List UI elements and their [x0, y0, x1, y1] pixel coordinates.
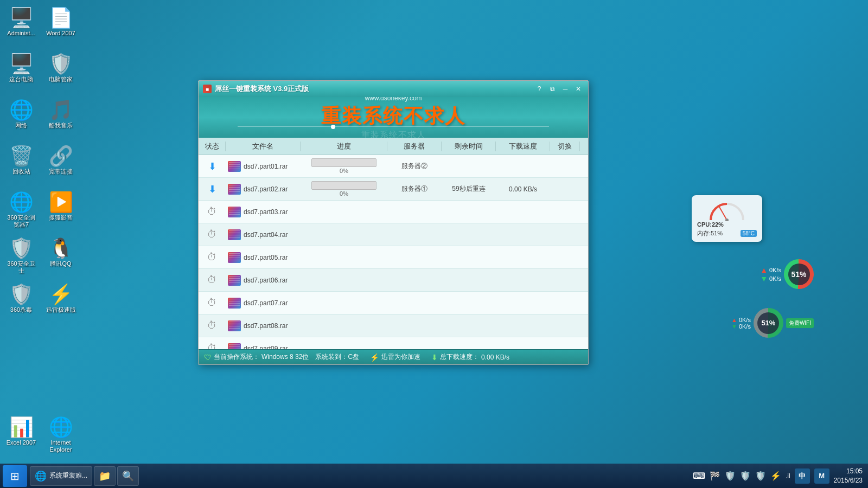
window-banner: www.dsonekey.com 重装系统不求人 重装系统不求人: [199, 97, 588, 138]
progress-text: 0%: [340, 190, 348, 197]
desktop-icon-network[interactable]: 🌐 网络: [3, 98, 40, 141]
taskbar-search-item[interactable]: 🔍: [117, 466, 139, 486]
desktop-icon-word[interactable]: 📄 Word 2007: [42, 5, 79, 49]
table-row: ⏱ dsd7.part06.rar: [199, 269, 588, 292]
td-filename: dsd7.part01.rar: [226, 161, 301, 172]
desktop-icon-recycle-bin[interactable]: 🗑️ 回收站: [3, 144, 40, 187]
td-filename: dsd7.part08.rar: [226, 320, 301, 331]
this-pc-label: 这台电脑: [9, 76, 33, 83]
file-icon: [228, 320, 241, 331]
progress-wrapper: 0%: [303, 181, 385, 197]
td-speed: 0.00 KB/s: [496, 185, 550, 193]
desktop-icon-cool-music[interactable]: 🎵 酷我音乐: [42, 98, 79, 141]
xunlei-label: 迅雷极速版: [46, 306, 76, 313]
taskbar-lang-mode[interactable]: M: [814, 468, 829, 484]
desktop-icon-ie[interactable]: 🌐 Internet Explorer: [42, 415, 79, 458]
cool-music-label: 酷我音乐: [49, 122, 73, 129]
net-down-speed: 0K/s: [769, 275, 781, 282]
mem-down: 0K/s: [739, 323, 751, 330]
wait-status-icon: ⏱: [207, 343, 217, 349]
filename-text: dsd7.part05.rar: [244, 254, 288, 261]
banner-content: www.dsonekey.com 重装系统不求人 重装系统不求人: [321, 97, 465, 138]
filename-text: dsd7.part06.rar: [244, 277, 288, 284]
banner-title: 重装系统不求人: [321, 103, 465, 130]
filename-text: dsd7.part01.rar: [244, 163, 288, 170]
desktop-icon-video[interactable]: ▶️ 搜狐影音: [42, 190, 79, 233]
window-restore-button[interactable]: ⧉: [547, 84, 558, 94]
tray-keyboard-icon[interactable]: ⌨: [693, 471, 705, 481]
desktop-icon-excel[interactable]: 📊 Excel 2007: [3, 415, 40, 458]
network-icon: 🌐: [9, 100, 34, 120]
td-server: 服务器②: [387, 162, 442, 171]
memory-percent: 51%: [757, 312, 779, 334]
statusbar-install-label: 系统装到：C盘: [315, 352, 359, 362]
table-row: ⏱ dsd7.part08.rar: [199, 314, 588, 337]
td-status: ⏱: [199, 297, 226, 309]
window-minimize-button[interactable]: ─: [560, 84, 571, 94]
window-close-button[interactable]: ✕: [573, 84, 584, 94]
td-server: 服务器①: [387, 184, 442, 194]
start-button[interactable]: ⊞: [3, 465, 27, 487]
ime-label: 中: [799, 471, 806, 481]
desktop-icon-qq[interactable]: 🐧 腾讯QQ: [42, 236, 79, 279]
statusbar-os: 🛡 当前操作系统： Windows 8 32位 系统装到：C盘: [204, 352, 359, 362]
table-row: ⏱ dsd7.part09.rar: [199, 337, 588, 349]
progress-text: 0%: [340, 168, 348, 174]
table-row: ⬇ dsd7.part02.rar 0% 服务器①59秒后重连0.00 KB/s: [199, 178, 588, 201]
360-guard-label: 360安全卫士: [4, 260, 38, 274]
qq-icon: 🐧: [49, 239, 73, 258]
taskbar-tray: ⌨ 🏁 🛡️ 🛡️ 🛡️ ⚡ .il 中 M 15:05 2015/6/23: [693, 467, 865, 485]
excel-label: Excel 2007: [7, 439, 36, 446]
taskbar-explorer-item[interactable]: 📁: [94, 466, 116, 486]
statusbar-thunder-label: 迅雷为你加速: [381, 352, 420, 362]
network-widget: ▲ 0K/s ▼ 0K/s 51%: [760, 259, 814, 289]
filename-text: dsd7.part04.rar: [244, 231, 288, 239]
xunlei-icon: ⚡: [49, 285, 73, 304]
window-statusbar: 🛡 当前操作系统： Windows 8 32位 系统装到：C盘 ⚡ 迅雷为你加速…: [199, 349, 588, 364]
memory-label: 内存:51%: [697, 229, 723, 237]
statusbar-speed: ⬇ 总下载速度： 0.00 KB/s: [431, 352, 509, 362]
desktop-icon-360-browser[interactable]: 🌐 360安全浏览器7: [3, 190, 40, 233]
table-row: ⏱ dsd7.part07.rar: [199, 292, 588, 314]
broadband-icon: 🔗: [49, 146, 73, 166]
filename-text: dsd7.part03.rar: [244, 208, 288, 216]
wait-status-icon: ⏱: [207, 229, 217, 240]
video-icon: ▶️: [49, 192, 73, 212]
desktop-icon-administrator[interactable]: 🖥️ Administ...: [3, 5, 40, 49]
speedometer: [697, 200, 757, 221]
tray-thunder-icon[interactable]: ⚡: [770, 471, 781, 481]
tray-shield3-icon[interactable]: 🛡️: [755, 471, 766, 481]
td-status: ⏱: [199, 229, 226, 240]
word-label: Word 2007: [46, 30, 75, 37]
360-kill-icon: 🛡️: [9, 285, 34, 304]
ie-icon: 🌐: [49, 418, 73, 437]
taskbar-lang-ime[interactable]: 中: [795, 468, 810, 484]
360-browser-label: 360安全浏览器7: [4, 214, 38, 228]
tray-windows-icon[interactable]: 🏁: [710, 471, 720, 481]
window-controls: ? ⧉ ─ ✕: [534, 84, 584, 94]
desktop-icon-pc-manager[interactable]: 🛡️ 电脑管家: [42, 52, 79, 95]
desktop-icons-col1: 🖥️ Administ... 🖥️ 这台电脑 🌐 网络 🗑️ 回收站 🌐 360…: [3, 5, 40, 325]
window-table: 状态 文件名 进度 服务器 剩余时间 下载速度 切换 ⬇ dsd7.part01…: [199, 138, 588, 349]
desktop-icon-broadband[interactable]: 🔗 宽带连接: [42, 144, 79, 187]
desktop-icon-360-guard[interactable]: 🛡️ 360安全卫士: [3, 236, 40, 279]
file-icon: [228, 184, 241, 195]
tray-shield1-icon[interactable]: 🛡️: [725, 471, 736, 481]
desktop-icon-this-pc[interactable]: 🖥️ 这台电脑: [3, 52, 40, 95]
thunder-icon: ⚡: [370, 353, 379, 362]
cool-music-icon: 🎵: [49, 100, 73, 120]
network-circle: 51%: [784, 259, 814, 289]
tray-shield2-icon[interactable]: 🛡️: [740, 471, 751, 481]
taskbar-ie-item[interactable]: 🌐 系统重装难...: [30, 466, 92, 486]
desktop-icon-360-kill[interactable]: 🛡️ 360杀毒: [3, 282, 40, 325]
th-filename: 文件名: [226, 142, 301, 151]
file-icon: [228, 343, 241, 350]
desktop-icon-xunlei[interactable]: ⚡ 迅雷极速版: [42, 282, 79, 325]
window-help-button[interactable]: ?: [534, 84, 545, 94]
taskbar-clock: 15:05 2015/6/23: [834, 467, 863, 485]
window-title-icon: ■: [203, 85, 212, 93]
window-title-text: 屌丝一键重装系统 V3.9正式版: [215, 84, 534, 94]
td-status: ⏱: [199, 274, 226, 286]
wifi-badge: 免费WIFI: [786, 318, 814, 328]
td-filename: dsd7.part02.rar: [226, 184, 301, 195]
